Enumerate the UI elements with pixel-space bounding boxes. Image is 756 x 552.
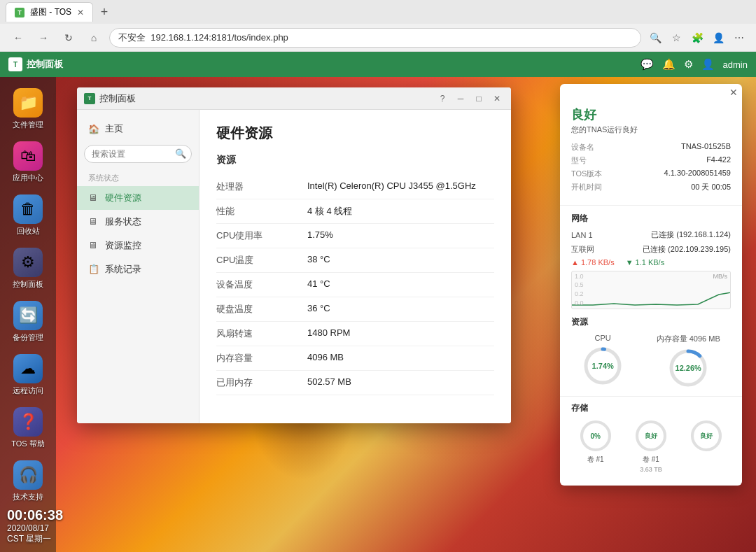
help-icon: ❓ — [13, 407, 43, 437]
storage-status-3: 良好 — [689, 418, 724, 453]
nav-home-item[interactable]: 🏠 主页 — [77, 117, 199, 141]
sidebar-item-support[interactable]: 🎧 技术支持 — [4, 456, 52, 507]
sidebar-item-remote[interactable]: ☁ 远程访问 — [4, 350, 52, 400]
sidebar-label-control-panel: 控制面板 — [13, 279, 43, 290]
nav-item-service[interactable]: 🖥 服务状态 — [77, 210, 199, 234]
minimize-button[interactable]: ─ — [454, 92, 468, 106]
admin-label[interactable]: admin — [723, 59, 748, 70]
network-chart: MB/s A 1.0 0.5 0.2 0.0 — [571, 271, 731, 309]
browser-tab[interactable]: T 盛图 - TOS ✕ — [6, 2, 93, 22]
sidebar-label-recycle-bin: 回收站 — [17, 226, 40, 236]
toolbar-right: 🔍 ☆ 🧩 👤 ⋯ — [647, 29, 748, 46]
storage-item-2: 良好 卷 #1 3.63 TB — [634, 418, 668, 473]
storage-status-2: 良好 — [634, 418, 668, 453]
popup-status-title: 良好 — [571, 106, 731, 123]
browser-chrome: T 盛图 - TOS ✕ + ← → ↻ ⌂ 🔍 ☆ 🧩 👤 ⋯ — [0, 0, 756, 52]
storage-gauge-3: 良好 — [689, 418, 724, 453]
close-button[interactable]: ✕ — [490, 92, 504, 106]
nav-item-log[interactable]: 📋 系统记录 — [77, 257, 199, 281]
nav-item-monitor-label: 资源监控 — [105, 239, 141, 252]
back-button[interactable]: ← — [8, 28, 28, 48]
account-icon[interactable]: 👤 — [710, 29, 727, 46]
sidebar-item-help[interactable]: ❓ TOS 帮助 — [4, 403, 52, 453]
bookmark-star-icon[interactable]: ☆ — [668, 29, 685, 46]
nav-item-hardware[interactable]: 🖥 硬件资源 — [77, 186, 199, 210]
chat-icon[interactable]: 💬 — [640, 58, 654, 71]
network-speed-row: ▲ 1.78 KB/s ▼ 1.1 KB/s — [560, 257, 742, 268]
desktop: 📁 文件管理 🛍 应用中心 🗑 回收站 ⚙ 控制面板 🔄 备份管理 ☁ 远程访问… — [0, 77, 756, 552]
desktop-clock: 00:06:38 2020/08/17 CST 星期一 — [7, 507, 63, 545]
network-section-title: 网络 — [560, 208, 742, 227]
cloud-icon: ☁ — [13, 354, 43, 383]
table-row: CPU温度 38 °C — [216, 248, 494, 273]
memory-gauge: 内存容量 4096 MB 12.26% — [657, 334, 720, 389]
menu-icon[interactable]: ⋯ — [731, 29, 748, 46]
table-row: 处理器 Intel(R) Celeron(R) CPU J3455 @1.5GH… — [216, 175, 494, 199]
window-titlebar: T 控制面板 ? ─ □ ✕ — [77, 87, 511, 110]
sidebar-item-backup[interactable]: 🔄 备份管理 — [4, 297, 52, 347]
cpu-gauge: CPU 1.74% — [582, 334, 624, 389]
storage-gauge-2: 良好 — [634, 418, 668, 453]
monitor-icon: 🖥 — [88, 240, 99, 251]
url-input[interactable] — [109, 28, 641, 48]
chart-axis-3: 0.2 — [575, 290, 584, 297]
tab-favicon: T — [15, 8, 24, 17]
maximize-button[interactable]: □ — [472, 92, 486, 106]
table-row: 硬盘温度 36 °C — [216, 297, 494, 322]
search-box: 🔍 — [84, 145, 192, 163]
memory-label: 内存容量 4096 MB — [657, 334, 720, 344]
help-button[interactable]: ? — [435, 92, 449, 106]
sidebar-item-control-panel[interactable]: ⚙ 控制面板 — [4, 243, 52, 294]
popup-status-section: 良好 您的TNAS运行良好 设备名 TNAS-01525B 型号 F4-422 … — [560, 101, 742, 202]
settings-icon[interactable]: ⚙ — [684, 58, 693, 71]
storage-gauge-1: 0% — [578, 418, 613, 453]
popup-info-row: 开机时间 00 天 00:05 — [571, 181, 731, 194]
nav-home-label: 主页 — [105, 122, 123, 135]
sidebar-label-backup: 备份管理 — [13, 332, 43, 343]
memory-gauge-circle: 12.26% — [667, 347, 709, 389]
nav-item-hardware-label: 硬件资源 — [105, 192, 141, 204]
support-icon: 🎧 — [13, 460, 43, 490]
log-icon: 📋 — [88, 264, 99, 275]
table-row: 设备温度 41 °C — [216, 273, 494, 297]
bell-icon[interactable]: 🔔 — [662, 58, 676, 71]
search-icon[interactable]: 🔍 — [647, 29, 664, 46]
section-subtitle: 资源 — [216, 154, 494, 167]
network-internet-row: 互联网 已连接 (202.109.239.195) — [560, 242, 742, 257]
person-icon[interactable]: 👤 — [701, 58, 715, 71]
popup-status-sub: 您的TNAS运行良好 — [571, 125, 731, 135]
window-controls: ? ─ □ ✕ — [435, 92, 504, 106]
popup-header: ✕ — [560, 84, 742, 101]
search-icon-inner: 🔍 — [175, 148, 186, 159]
storage-item-1: 0% 卷 #1 — [578, 418, 613, 473]
chart-axis-2: 0.5 — [575, 281, 584, 288]
network-lan-row: LAN 1 已连接 (192.168.1.124) — [560, 227, 742, 242]
sidebar-item-file-manager[interactable]: 📁 文件管理 — [4, 84, 52, 134]
tab-close-button[interactable]: ✕ — [77, 8, 84, 17]
chart-svg: A — [572, 271, 731, 309]
resource-title: 资源 — [571, 316, 731, 328]
popup-close-button[interactable]: ✕ — [729, 87, 738, 98]
memory-percent-text: 12.26% — [667, 347, 709, 389]
extension-icon[interactable]: 🧩 — [689, 29, 706, 46]
forward-button[interactable]: → — [34, 28, 53, 48]
cpu-percent-text: 1.74% — [582, 345, 624, 387]
home-button[interactable]: ⌂ — [84, 28, 104, 48]
storage-gauges: 0% 卷 #1 良好 卷 #1 3.63 TB — [571, 418, 731, 473]
info-table: 处理器 Intel(R) Celeron(R) CPU J3455 @1.5GH… — [216, 175, 494, 395]
sidebar-label-app-center: 应用中心 — [13, 173, 43, 183]
popup-info-row: 设备名 TNAS-01525B — [571, 141, 731, 154]
new-tab-button[interactable]: + — [96, 3, 113, 20]
popup-info-row: 型号 F4-422 — [571, 154, 731, 167]
nav-item-monitor[interactable]: 🖥 资源监控 — [77, 234, 199, 257]
control-panel-window: T 控制面板 ? ─ □ ✕ 🏠 主页 🔍 系统状态 — [77, 87, 511, 423]
tab-title: 盛图 - TOS — [30, 6, 71, 18]
trash-icon: 🗑 — [13, 194, 43, 224]
reload-button[interactable]: ↻ — [59, 28, 78, 48]
table-row: CPU使用率 1.75% — [216, 224, 494, 248]
tos-topbar: T 控制面板 💬 🔔 ⚙ 👤 admin — [0, 52, 756, 77]
tos-logo: T 控制面板 — [8, 57, 63, 71]
storage-percent-1: 0% — [578, 418, 613, 453]
sidebar-item-recycle-bin[interactable]: 🗑 回收站 — [4, 190, 52, 241]
sidebar-item-app-center[interactable]: 🛍 应用中心 — [4, 137, 52, 187]
